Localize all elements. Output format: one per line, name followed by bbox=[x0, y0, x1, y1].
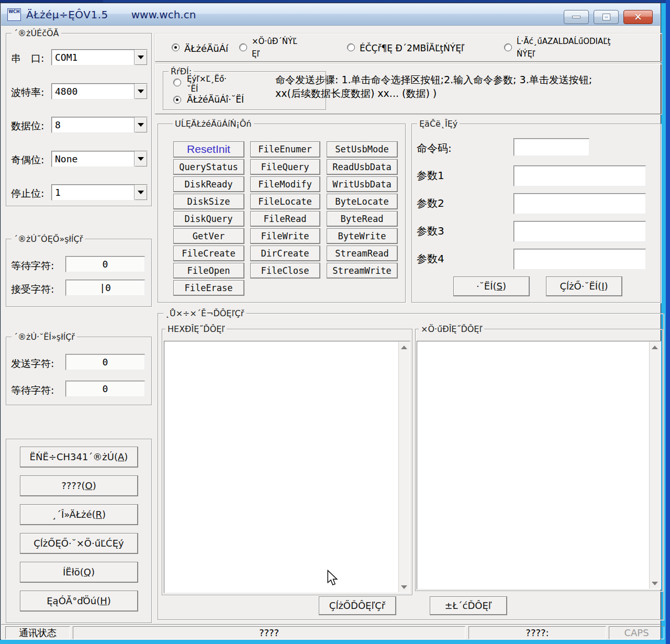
save-display-button[interactable]: ±Ł´ćĎÔĘľ bbox=[430, 596, 507, 615]
parity-select[interactable]: None bbox=[51, 151, 148, 167]
usb-command-group-title: UĹĘÄŁżéÄüÁíŃ¡Ôń bbox=[173, 119, 254, 129]
cmd-fileenumer-button[interactable]: FileEnumer bbox=[250, 141, 320, 158]
cmd-writusbdata-button[interactable]: WritUsbData bbox=[327, 176, 398, 192]
instructions-line2: xx(后续数据长度数据) xx... (数据) ) bbox=[275, 87, 437, 101]
send-command-button[interactable]: ·˘ËÍ(S) bbox=[453, 276, 530, 296]
cmd-setusbmode-button[interactable]: SetUsbMode bbox=[327, 141, 398, 158]
cmd-filelocate-button[interactable]: FileLocate bbox=[250, 194, 320, 209]
cmd-fileread-button[interactable]: FileRead bbox=[250, 211, 320, 227]
cmd-resetinit-button[interactable]: ResetInit bbox=[173, 141, 244, 158]
cmd-byteread-button[interactable]: ByteRead bbox=[327, 211, 398, 227]
clear-display-button[interactable]: ÇĺżŐĎÔĘľÇř bbox=[319, 596, 396, 615]
status-comm-state: 通讯状态 bbox=[5, 626, 70, 639]
search-ch341-button[interactable]: ËŃË÷CH341´®żÚ(A) bbox=[20, 447, 138, 468]
mode-radio-2-label-line2: Ęľ bbox=[252, 49, 260, 59]
char-display-group-title: ×Ö·űĐÎĘ˝ĎÔĘľ bbox=[419, 324, 484, 334]
param4-input[interactable] bbox=[513, 249, 646, 270]
sent-chars-label: 发送字符: bbox=[11, 357, 54, 371]
cmd-bytewrite-button[interactable]: ByteWrite bbox=[327, 228, 398, 244]
cmd-getver-button[interactable]: GetVer bbox=[173, 228, 244, 244]
char-scrollbar[interactable] bbox=[649, 342, 660, 589]
parity-label: 奇偶位: bbox=[11, 153, 44, 167]
param3-input[interactable] bbox=[513, 221, 646, 242]
cmd-streamread-button[interactable]: StreamRead bbox=[327, 246, 398, 261]
cmd-bytelocate-button[interactable]: ByteLocate bbox=[327, 194, 398, 209]
cmd-readusbdata-button[interactable]: ReadUsbData bbox=[327, 159, 398, 175]
close-icon: ✕ bbox=[634, 12, 642, 22]
scroll-down-icon[interactable] bbox=[399, 582, 409, 592]
mode-radio-1[interactable] bbox=[172, 43, 180, 51]
mode-radio-4[interactable] bbox=[504, 43, 512, 51]
char-display-area[interactable] bbox=[417, 341, 661, 590]
send-type-radio-1[interactable] bbox=[173, 79, 181, 86]
titlebar[interactable]: WCH ÄŁżéµ÷ĘÔV1.5 www.wch.cn ✕ bbox=[1, 4, 660, 26]
mode-radio-3-label: ÉČÇř¶Ę Đ´2MBÎÄĽţŃÝĘľ bbox=[360, 43, 464, 53]
cmd-filecreate-button[interactable]: FileCreate bbox=[173, 246, 244, 261]
desktop-edge-right bbox=[666, 0, 670, 644]
chevron-down-icon bbox=[138, 191, 144, 194]
minimize-icon bbox=[572, 16, 580, 18]
param4-label: 参数4 bbox=[417, 252, 444, 266]
param1-input[interactable] bbox=[513, 165, 646, 186]
cmd-filequery-button[interactable]: FileQuery bbox=[250, 159, 320, 175]
close-button[interactable]: ✕ bbox=[623, 10, 653, 24]
param2-label: 参数2 bbox=[417, 196, 444, 210]
minimize-button[interactable] bbox=[564, 10, 589, 24]
clear-send-button[interactable]: ÇĺżŐ·˘ËÍ(I) bbox=[546, 276, 622, 296]
maximize-button[interactable] bbox=[594, 10, 619, 24]
chevron-down-icon bbox=[138, 90, 144, 93]
cmd-code-input[interactable] bbox=[513, 138, 589, 156]
send-type-radio-1-label-line2: ˘ËÍ bbox=[187, 84, 198, 94]
cmd-diskquery-button[interactable]: DiskQuery bbox=[173, 211, 244, 227]
cmd-dircreate-button[interactable]: DirCreate bbox=[250, 246, 320, 261]
com-port-dropdown-button[interactable] bbox=[134, 50, 147, 65]
cmd-streamwrite-button[interactable]: StreamWrite bbox=[327, 263, 398, 279]
baudrate-select[interactable]: 4800 bbox=[51, 83, 148, 99]
status-caps: CAPS bbox=[609, 626, 664, 639]
baudrate-dropdown-button[interactable] bbox=[134, 84, 147, 99]
stopbits-dropdown-button[interactable] bbox=[134, 185, 147, 200]
databits-select[interactable]: 8 bbox=[51, 117, 148, 133]
cmd-fileclose-button[interactable]: FileClose bbox=[250, 263, 320, 279]
mode-radio-3[interactable] bbox=[347, 43, 355, 51]
hex-display-area[interactable] bbox=[164, 341, 410, 593]
wait-chars-label: 等待字符: bbox=[11, 259, 54, 273]
input-params-group-title: ĘäČë˛ÎĘý bbox=[417, 119, 460, 129]
cmd-diskready-button[interactable]: DiskReady bbox=[173, 176, 244, 192]
scroll-down-icon[interactable] bbox=[650, 578, 660, 589]
param2-input[interactable] bbox=[513, 193, 646, 214]
cmd-fileopen-button[interactable]: FileOpen bbox=[173, 263, 244, 279]
cmd-filemodify-button[interactable]: FileModify bbox=[250, 176, 320, 192]
mode-radio-2[interactable] bbox=[239, 43, 247, 51]
exit-button[interactable]: ÍËłö(Q) bbox=[20, 562, 138, 583]
chevron-down-icon bbox=[138, 123, 144, 127]
cmd-querystatus-button[interactable]: QueryStatus bbox=[173, 159, 244, 175]
received-chars-count: |0 bbox=[65, 280, 145, 296]
app-window: WCH ÄŁżéµ÷ĘÔV1.5 www.wch.cn ✕ ´®żÚÉčÖĂ 串… bbox=[0, 3, 661, 640]
cmd-disksize-button[interactable]: DiskSize bbox=[173, 194, 244, 209]
status-extra: ????: bbox=[468, 626, 606, 639]
send-type-radio-2-label: ÄŁżéÄüÁî·˘ËÍ bbox=[187, 94, 244, 105]
wch-logo-icon: WCH bbox=[7, 8, 21, 21]
reset-module-button[interactable]: ¸´Î»ÄŁżé(R) bbox=[20, 504, 138, 525]
pending-chars-label: 等待字符: bbox=[11, 384, 54, 397]
received-chars-label: 接受字符: bbox=[11, 283, 54, 296]
com-port-select[interactable]: COM1 bbox=[51, 49, 148, 65]
hex-scrollbar[interactable] bbox=[398, 342, 409, 592]
cmd-fileerase-button[interactable]: FileErase bbox=[173, 280, 244, 296]
mode-radio-1-label: ÄŁżéÄüÁí bbox=[184, 43, 228, 54]
stopbits-select[interactable]: 1 bbox=[51, 184, 148, 201]
com-port-label: 串 口: bbox=[11, 52, 44, 65]
unknown-o-button[interactable]: ????(O) bbox=[20, 475, 138, 496]
help-button[interactable]: ĘąÓĂ°ďÖú(H) bbox=[20, 591, 138, 612]
status-display-group-title: ˛Ů×÷×´Ě¬ĎÔĘľÇř bbox=[163, 308, 246, 318]
parity-dropdown-button[interactable] bbox=[134, 151, 147, 166]
send-type-radio-2[interactable] bbox=[173, 96, 181, 104]
scroll-up-icon[interactable] bbox=[650, 342, 660, 352]
databits-dropdown-button[interactable] bbox=[134, 117, 147, 132]
cmd-filewrite-button[interactable]: FileWrite bbox=[250, 228, 320, 244]
clear-counters-button[interactable]: ÇĺżŐĘŐ·˘×Ö·űĽĆĘý bbox=[20, 533, 138, 554]
wait-chars-count: 0 bbox=[65, 256, 145, 272]
window-glow-bottom bbox=[0, 640, 666, 644]
scroll-up-icon[interactable] bbox=[399, 342, 409, 352]
